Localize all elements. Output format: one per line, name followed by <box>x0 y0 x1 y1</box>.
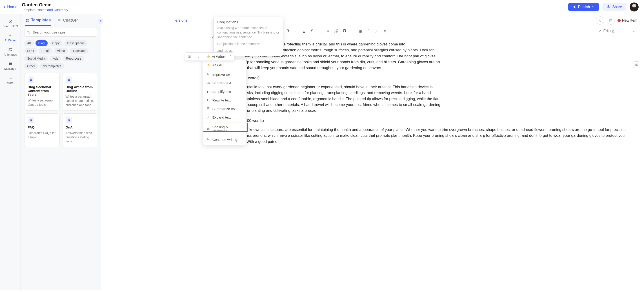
tab-chatgpt[interactable]: ChatGPT <box>57 18 80 26</box>
ai-writer-dropdown[interactable]: ⚡ AI Writer ˅ <box>203 53 234 61</box>
link-button[interactable]: 🔗 <box>334 29 339 34</box>
svg-rect-7 <box>26 19 27 20</box>
chip-repurpose[interactable]: Repurpose <box>63 56 84 61</box>
add-person-button[interactable] <box>596 17 604 25</box>
underline-button[interactable]: U <box>302 29 306 34</box>
editing-mode[interactable]: Editing ˅ <box>598 29 626 33</box>
chip-other[interactable]: Other <box>24 63 38 69</box>
rail-ai-writer[interactable]: AI Writer <box>0 31 20 45</box>
link-icon <box>197 55 200 59</box>
svg-rect-27 <box>68 120 69 120</box>
table-button[interactable]: ▦ <box>358 29 363 34</box>
template-card[interactable]: FAQGenerates FAQs for a topic. <box>24 113 60 147</box>
insert-button[interactable]: ⊕ <box>382 29 388 34</box>
search-input[interactable] <box>24 28 97 37</box>
image-button[interactable]: 🖼 <box>342 29 347 34</box>
body-text: asks, including digging small holes for … <box>245 91 431 95</box>
table-dropdown[interactable]: ˅ <box>366 29 371 34</box>
chip-ads[interactable]: Ads <box>50 56 61 61</box>
strike-button[interactable]: S <box>310 29 314 34</box>
body-text-underlined: Look for <box>420 48 434 52</box>
menu-item-shorten[interactable]: ⇥Shorten text <box>203 79 246 88</box>
simplify-icon: ◐ <box>206 90 210 94</box>
svg-rect-22 <box>30 120 32 120</box>
menu-item-continue[interactable]: ✎Continue writing <box>203 135 246 144</box>
menu-item-summarize[interactable]: ☰Summarize text <box>203 105 246 113</box>
rail-more[interactable]: More <box>0 73 20 87</box>
card-title: Blog Sectional Content from Topic <box>28 85 56 97</box>
rail-message[interactable]: Message <box>0 59 20 73</box>
insert-link-button[interactable] <box>194 53 203 60</box>
improve-icon: ✎ <box>206 73 210 77</box>
template-link[interactable]: Notes and Summary <box>38 8 68 12</box>
chip-translate[interactable]: Translate <box>70 48 88 54</box>
share-label: Share <box>612 5 622 9</box>
chevron-left-icon <box>99 20 102 23</box>
comment-plus-icon <box>635 63 638 67</box>
menu-item-expand[interactable]: ⤢Expand text <box>203 113 246 122</box>
status-new-item[interactable]: New Item <box>618 19 637 23</box>
svg-rect-12 <box>30 79 32 81</box>
menu-item-rewrite[interactable]: ↻Rewrite text <box>203 96 246 105</box>
tooltip-sub: Conjunctions in the sentence: <box>217 42 279 46</box>
collapse-panel-button[interactable] <box>98 19 103 24</box>
body-text: our planting and cultivating tasks a bre… <box>245 108 317 113</box>
image-dropdown[interactable]: ˅ <box>350 29 355 34</box>
menu-item-simplify[interactable]: ◐Simplify text <box>203 88 246 96</box>
chip-descriptions[interactable]: Descriptions <box>64 40 88 46</box>
bullet-list-button[interactable]: ☰ <box>318 29 323 34</box>
publish-button[interactable]: Publish <box>568 3 599 11</box>
rail-brief-seo[interactable]: Brief + SEO <box>0 17 20 31</box>
summarize-icon: ☰ <box>206 107 210 111</box>
insert-block-button[interactable] <box>185 53 194 60</box>
pencil-icon <box>598 29 602 33</box>
chip-all[interactable]: All <box>24 40 34 46</box>
chip-email[interactable]: Email <box>39 48 52 54</box>
share-button[interactable]: Share <box>602 3 626 11</box>
numbered-list-button[interactable]: ≡ <box>326 29 331 34</box>
chip-video[interactable]: Video <box>54 48 68 54</box>
template-card[interactable]: Blog Article from OutlineWrites a paragr… <box>62 73 98 111</box>
rail-item-label: AI Images <box>4 53 17 56</box>
svg-point-28 <box>599 19 600 20</box>
bold-button[interactable]: B <box>285 29 290 34</box>
menu-item-improve[interactable]: ✎Improve text <box>203 70 246 79</box>
editing-label: Editing <box>603 29 614 33</box>
tooltip-desc: Avoid using 4 or more instances of conju… <box>217 26 279 39</box>
tab-templates[interactable]: Templates <box>25 18 51 26</box>
chevron-left-icon <box>3 6 6 9</box>
avatar[interactable] <box>630 3 638 12</box>
template-card[interactable]: QnAAnswers the asked questions stating f… <box>62 113 98 147</box>
versions-link[interactable]: ersions <box>175 18 188 23</box>
more-toolbar-button[interactable]: ⋯ <box>632 29 637 34</box>
add-calendar-button[interactable] <box>607 17 615 25</box>
calendar-icon <box>609 19 613 23</box>
rail-item-label: Message <box>4 67 16 70</box>
svg-rect-26 <box>68 120 70 120</box>
continue-icon: ✎ <box>206 138 210 142</box>
grammar-tooltip: Conjunctions Avoid using 4 or more insta… <box>214 17 283 56</box>
message-icon <box>8 62 12 66</box>
ask-ai-icon: ✦ <box>206 63 210 67</box>
add-comment-button[interactable] <box>633 61 640 68</box>
clear-format-button[interactable]: T̸ <box>374 29 379 34</box>
card-title: Blog Article from Outline <box>66 85 94 93</box>
chip-seo[interactable]: SEO <box>24 48 37 54</box>
italic-button[interactable]: I <box>294 29 298 34</box>
chip-social-media[interactable]: Social Media <box>24 56 48 61</box>
rail-ai-images[interactable]: AI Images <box>0 45 20 59</box>
chip-my-templates[interactable]: My templates <box>40 63 64 69</box>
chip-blog[interactable]: Blog <box>36 40 48 46</box>
editor-area: ersions New Item B I U S ☰ ≡ 🔗 🖼 ˅ ▦ ˅ T… <box>101 14 644 290</box>
document-body[interactable]: are your primary tools. Protecting them … <box>101 37 644 286</box>
body-text: The right pair of gloves <box>396 54 436 58</box>
template-card[interactable]: Blog Sectional Content from TopicWrites … <box>24 73 60 111</box>
menu-item-ask-ai[interactable]: ✦Ask AI <box>203 61 246 69</box>
svg-rect-20 <box>30 119 32 121</box>
rail-item-label: Brief + SEO <box>2 25 18 28</box>
home-link[interactable]: Home <box>3 5 17 9</box>
search-box <box>24 28 97 37</box>
chip-copy[interactable]: Copy <box>50 40 63 46</box>
card-title: QnA <box>66 125 94 129</box>
menu-item-spelling[interactable]: ABSpelling & Grammar <box>203 123 246 135</box>
